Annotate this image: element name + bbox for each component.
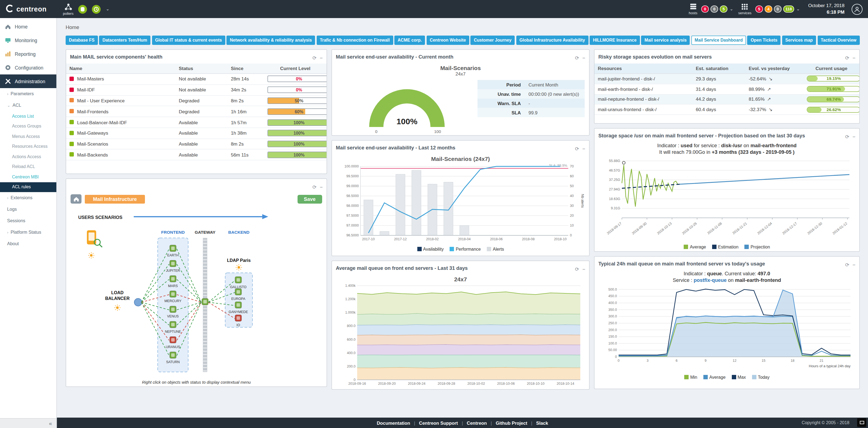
collapse-icon[interactable]: − <box>852 55 856 61</box>
refresh-icon[interactable]: ⟳ <box>845 55 849 61</box>
collapse-icon[interactable]: − <box>852 134 856 140</box>
dashboard-tab-datacenters-tem-hum[interactable]: Datacenters Tem/Hum <box>99 35 151 45</box>
refresh-icon[interactable]: ⟳ <box>845 134 849 140</box>
status-square-icon <box>69 152 74 157</box>
dashboard-tab-acme-corp[interactable]: ACME corp. <box>394 35 425 45</box>
sidebar-subitem-label: Extensions <box>11 195 33 200</box>
services-count-badge[interactable]: 118 <box>783 5 794 12</box>
dashboard-tab-global-it-status-current-events[interactable]: Global IT status & current events <box>152 35 225 45</box>
database-status-icon[interactable] <box>79 5 87 13</box>
sidebar-item-access-groups[interactable]: Access Groups <box>0 121 56 131</box>
sidebar-item-reload-acl[interactable]: Reload ACL <box>0 162 56 172</box>
services-count-badge[interactable]: 0 <box>774 5 782 12</box>
collapse-icon[interactable]: − <box>582 146 585 152</box>
dashboard-tab-centreon-website[interactable]: Centreon Website <box>426 35 469 45</box>
current-level-cell: 100% <box>264 128 327 139</box>
refresh-icon[interactable]: ⟳ <box>845 262 849 268</box>
sidebar-item-monitoring[interactable]: Monitoring <box>0 33 56 47</box>
service-name-cell: Mail-Masters <box>66 74 176 85</box>
hosts-count-badge[interactable]: 0 <box>711 5 718 12</box>
info-value: Current Month <box>525 80 585 89</box>
sidebar-item-parameters[interactable]: ›Parameters <box>0 88 56 99</box>
fullscreen-toggle[interactable] <box>857 418 866 427</box>
sidebar-item-actions-access[interactable]: Actions Access <box>0 152 56 162</box>
dashboard-tab-global-infrastructure-availability[interactable]: Global Infrastructure Availability <box>516 35 588 45</box>
refresh-icon[interactable]: ⟳ <box>312 184 316 190</box>
legend-item: Performance <box>450 247 481 252</box>
sidebar-collapse-button[interactable]: « <box>0 418 56 428</box>
svg-text:1.000k: 1.000k <box>345 311 356 314</box>
table-row: Mail-BackendsAvailable56m 11s100% <box>66 149 327 160</box>
infrastructure-diagram[interactable]: USERS SCENARIOSFRONTENDGATEWAYBACKENDLOA… <box>66 205 327 379</box>
pollers-menu[interactable]: pollers <box>63 3 73 15</box>
footer-link[interactable]: Github Project <box>496 420 527 426</box>
dashboard-tab-network-availability-reliability-analysis[interactable]: Network availability & reliability analy… <box>227 35 315 45</box>
sidebar-item-access-list[interactable]: Access List <box>0 111 56 121</box>
dashboard-tab-database-fs[interactable]: Database FS <box>66 35 98 45</box>
footer-link[interactable]: Documentation <box>377 420 410 426</box>
home-icon[interactable] <box>70 194 82 204</box>
sidebar-item-resources-access[interactable]: Resources Access <box>0 141 56 152</box>
hosts-count-badge[interactable]: 5 <box>720 5 727 12</box>
footer-link[interactable]: Centreon Support <box>419 420 458 426</box>
user-avatar[interactable] <box>851 4 863 15</box>
hosts-count-badge[interactable]: 0 <box>701 5 709 12</box>
availability-gauge: 100%0100 <box>355 77 459 136</box>
refresh-icon[interactable]: ⟳ <box>575 266 579 272</box>
sidebar-item-sessions[interactable]: Sessions <box>0 215 56 227</box>
services-count-badge[interactable]: 4 <box>765 5 772 12</box>
widget-header: Average mail queue on front end servers … <box>332 261 589 275</box>
usage-bar: 69.74% <box>807 96 859 102</box>
services-dropdown-icon[interactable]: ⌄ <box>796 6 800 11</box>
level-bar-label: 0% <box>268 87 327 93</box>
sidebar-item-administration[interactable]: Administration <box>0 75 56 88</box>
refresh-icon[interactable]: ⟳ <box>575 146 579 152</box>
dashboard-tab-services-map[interactable]: Services map <box>782 35 816 45</box>
legend-label: Performance <box>456 247 481 252</box>
sidebar-item-platform-status[interactable]: ›Platform Status <box>0 227 56 238</box>
sidebar-item-centreon-mbi[interactable]: Centreon MBI <box>0 172 56 182</box>
collapse-icon[interactable]: − <box>582 266 585 272</box>
collapse-icon[interactable]: − <box>582 55 585 61</box>
svg-text:2018-09-17: 2018-09-17 <box>606 222 622 236</box>
sidebar-item-extensions[interactable]: ›Extensions <box>0 192 56 204</box>
refresh-icon[interactable]: ⟳ <box>575 55 579 61</box>
latency-status-icon[interactable] <box>92 5 101 13</box>
services-menu[interactable]: services <box>738 3 751 15</box>
legend-swatch <box>712 245 716 249</box>
poller-dropdown-icon[interactable]: ⌄ <box>106 6 110 11</box>
refresh-icon[interactable]: ⟳ <box>312 55 316 61</box>
collapse-icon[interactable]: − <box>320 55 323 61</box>
widget-typical-24h-queue: Typical 24h mail queue on main mail fron… <box>594 256 860 389</box>
dashboard-tab-customer-journey[interactable]: Customer Journey <box>471 35 515 45</box>
save-button[interactable]: Save <box>297 195 322 203</box>
dashboard-tab-tactical-overview[interactable]: Tactical Overview <box>817 35 860 45</box>
legend-label: Max <box>738 375 746 380</box>
dashboard-tab-trafic-nb-connection-on-firewall[interactable]: Trafic & Nb connection on Firewall <box>316 35 393 45</box>
breadcrumb[interactable]: Home <box>66 25 79 30</box>
hosts-dropdown-icon[interactable]: ⌄ <box>730 6 733 11</box>
footer-link[interactable]: Centreon <box>467 420 487 426</box>
dashboard-tab-mail-service-analysis[interactable]: Mail service analysis <box>641 35 690 45</box>
services-count-badge[interactable]: 5 <box>755 5 763 12</box>
sidebar-item-acl-rules[interactable]: ACL rules <box>0 182 56 192</box>
sidebar-item-configuration[interactable]: Configuration <box>0 61 56 75</box>
footer-link[interactable]: Slack <box>536 420 548 426</box>
collapse-icon[interactable]: − <box>852 262 856 268</box>
sidebar-item-home[interactable]: Home <box>0 20 56 33</box>
sidebar-item-logs[interactable]: Logs <box>0 204 56 215</box>
dashboard-tab-mail-service-dashboard[interactable]: Mail Service Dashboard <box>691 35 746 45</box>
hosts-menu[interactable]: hosts <box>689 3 698 15</box>
sidebar-item-menus-access[interactable]: Menus Access <box>0 131 56 141</box>
map-title-tag[interactable]: Mail Infrastructure <box>85 195 145 203</box>
dashboard-tab-open-tickets[interactable]: Open Tickets <box>747 35 781 45</box>
legend-item: Availability <box>417 247 443 252</box>
footer-links: Documentation|Centreon Support|Centreon|… <box>377 420 548 426</box>
sidebar-item-acl[interactable]: ⌄ACL <box>0 99 56 111</box>
service-name-cell: Mail-Scenarios <box>66 139 176 149</box>
collapse-icon[interactable]: − <box>320 184 323 190</box>
dashboard-tab-hillmore-insurance[interactable]: HILLMORE Insurance <box>590 35 640 45</box>
centreon-logo[interactable]: centreon <box>5 4 58 14</box>
sidebar-item-reporting[interactable]: Reporting <box>0 47 56 61</box>
sidebar-item-about[interactable]: About <box>0 238 56 250</box>
